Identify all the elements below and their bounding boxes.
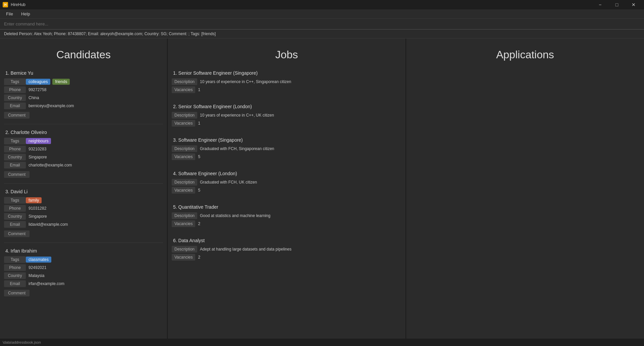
tags-label: Tags <box>4 138 26 144</box>
vacancies-row: Vacancies2 <box>172 254 401 261</box>
description-label: Description <box>172 179 197 186</box>
description-row: Description10 years of experience in C++… <box>172 78 401 85</box>
vacancies-row: Vacancies1 <box>172 120 401 127</box>
candidates-list: 1. Bernice YuTagscolleaguesfriendsPhone9… <box>0 68 167 339</box>
job-name: 5. Quantitative Trader <box>172 204 401 210</box>
tags-row: Tagscolleaguesfriends <box>4 78 163 85</box>
phone-value: 93210283 <box>26 146 49 152</box>
main-content: Candidates 1. Bernice YuTagscolleaguesfr… <box>0 39 644 339</box>
country-row: CountrySingapore <box>4 154 163 160</box>
email-label: Email <box>4 102 26 109</box>
phone-row: Phone91031282 <box>4 205 163 212</box>
email-row: Emailcharlotte@example.com <box>4 162 163 168</box>
maximize-button[interactable]: □ <box>609 0 625 9</box>
command-input[interactable] <box>4 21 640 26</box>
tags-label: Tags <box>4 197 26 204</box>
country-label: Country <box>4 213 26 220</box>
email-label: Email <box>4 280 26 287</box>
jobs-list: 1. Senior Software Engineer (Singapore)D… <box>168 68 406 339</box>
phone-value: 91031282 <box>26 205 49 212</box>
description-row: DescriptionAdept at handling large datas… <box>172 246 401 253</box>
candidate-card: 3. David LiTagsfamilyPhone91031282Countr… <box>4 186 163 240</box>
phone-label: Phone <box>4 205 26 212</box>
country-value: China <box>26 94 42 101</box>
candidate-name: 3. David Li <box>4 189 163 194</box>
candidates-column: Candidates 1. Bernice YuTagscolleaguesfr… <box>0 39 168 339</box>
comment-button[interactable]: Comment <box>4 230 30 237</box>
comment-button[interactable]: Comment <box>4 290 30 296</box>
email-row: Emaillidavid@example.com <box>4 221 163 228</box>
vacancies-label: Vacancies <box>172 254 195 261</box>
file-path: \data\addressbook.json <box>3 340 41 344</box>
email-value: irfan@example.com <box>26 280 67 287</box>
phone-row: Phone92492021 <box>4 264 163 271</box>
description-label: Description <box>172 145 197 152</box>
tag-badge: family <box>26 197 42 203</box>
country-row: CountryMalaysia <box>4 272 163 279</box>
candidate-name: 4. Irfan Ibrahim <box>4 248 163 254</box>
phone-label: Phone <box>4 264 26 271</box>
email-value: charlotte@example.com <box>26 162 75 168</box>
email-value: berniceyu@example.com <box>26 102 77 109</box>
phone-value: 92492021 <box>26 264 49 271</box>
status-bar: Deleted Person: Alex Yeoh; Phone: 874388… <box>0 29 644 39</box>
candidate-name: 1. Bernice Yu <box>4 70 163 76</box>
vacancies-row: Vacancies5 <box>172 187 401 194</box>
phone-row: Phone99272758 <box>4 86 163 93</box>
menu-file[interactable]: File <box>3 10 16 18</box>
tags-container: family <box>26 197 42 203</box>
country-value: Malaysia <box>26 272 47 279</box>
menu-bar: File Help <box>0 9 644 19</box>
vacancies-label: Vacancies <box>172 220 195 227</box>
job-card: 5. Quantitative TraderDescriptionGood at… <box>172 202 401 231</box>
job-name: 1. Senior Software Engineer (Singapore) <box>172 70 401 76</box>
applications-column: Applications <box>406 39 644 339</box>
email-label: Email <box>4 221 26 228</box>
comment-button[interactable]: Comment <box>4 112 30 119</box>
candidate-card: 4. Irfan IbrahimTagsclassmatesPhone92492… <box>4 246 163 299</box>
phone-label: Phone <box>4 146 26 152</box>
candidate-card: 1. Bernice YuTagscolleaguesfriendsPhone9… <box>4 68 163 121</box>
tags-label: Tags <box>4 256 26 263</box>
vacancies-label: Vacancies <box>172 153 195 160</box>
vacancies-label: Vacancies <box>172 120 195 127</box>
bottom-bar: \data\addressbook.json <box>0 339 644 346</box>
job-card: 4. Software Engineer (London)Description… <box>172 168 401 198</box>
tags-container: classmates <box>26 257 51 263</box>
description-row: Description10 years of experience in C++… <box>172 112 401 119</box>
country-label: Country <box>4 272 26 279</box>
tags-container: colleaguesfriends <box>26 79 70 85</box>
comment-button[interactable]: Comment <box>4 171 30 178</box>
country-label: Country <box>4 94 26 101</box>
country-value: Singapore <box>26 154 50 160</box>
tags-row: Tagsfamily <box>4 197 163 204</box>
menu-help[interactable]: Help <box>18 10 34 18</box>
candidates-header: Candidates <box>0 39 167 68</box>
email-value: lidavid@example.com <box>26 221 71 228</box>
vacancies-value: 1 <box>195 120 203 127</box>
tags-container: neighbours <box>26 138 51 144</box>
email-row: Emailirfan@example.com <box>4 280 163 287</box>
description-label: Description <box>172 246 197 253</box>
vacancies-row: Vacancies2 <box>172 220 401 227</box>
tag-badge: friends <box>52 79 70 85</box>
app-icon: H <box>3 2 8 7</box>
close-button[interactable]: ✕ <box>626 0 641 9</box>
applications-header: Applications <box>406 39 644 68</box>
country-row: CountryChina <box>4 94 163 101</box>
description-value: Graduated with FCH, UK citizen <box>197 179 260 186</box>
candidate-card: 2. Charlotte OliveiroTagsneighboursPhone… <box>4 127 163 181</box>
applications-list <box>406 68 644 339</box>
description-value: Good at statistics and machine learning <box>197 212 273 219</box>
vacancies-value: 1 <box>195 86 203 93</box>
description-row: DescriptionGood at statistics and machin… <box>172 212 401 219</box>
job-card: 6. Data AnalystDescriptionAdept at handl… <box>172 235 401 265</box>
vacancies-value: 2 <box>195 220 203 227</box>
job-name: 3. Software Engineer (Singapore) <box>172 137 401 143</box>
country-value: Singapore <box>26 213 50 220</box>
vacancies-row: Vacancies5 <box>172 153 401 160</box>
job-name: 6. Data Analyst <box>172 238 401 243</box>
job-card: 3. Software Engineer (Singapore)Descript… <box>172 135 401 164</box>
minimize-button[interactable]: − <box>592 0 608 9</box>
title-bar: H HireHub − □ ✕ <box>0 0 644 9</box>
